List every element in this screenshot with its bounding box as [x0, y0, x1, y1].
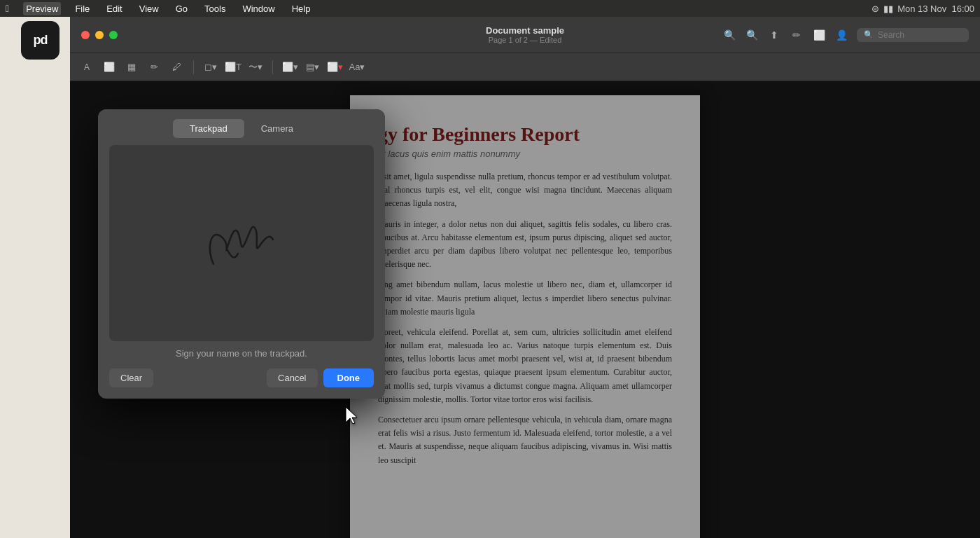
signature-drawing — [172, 208, 312, 278]
maximize-button[interactable] — [109, 31, 118, 39]
menubar-icons: ⊜ ▮▮ Mon 13 Nov 16:00 — [872, 4, 974, 14]
menu-view[interactable]: View — [136, 2, 162, 15]
menu-go[interactable]: Go — [173, 2, 190, 15]
toolbar-separator-2 — [272, 60, 273, 74]
app-icon: pd — [21, 21, 59, 60]
share-icon[interactable]: ⬆ — [767, 28, 781, 42]
shapes-btn[interactable]: ◻▾ — [202, 59, 219, 76]
user-icon[interactable]: 👤 — [834, 28, 848, 42]
sidebar-icon[interactable]: ⬜ — [812, 28, 826, 42]
font-btn[interactable]: Aa▾ — [349, 59, 365, 76]
titlebar-right: 🔍 🔍 ⬆ ✏ ⬜ 👤 🔍 — [722, 28, 969, 42]
dialog-buttons: Clear Cancel Done — [98, 368, 385, 399]
select-tool-btn[interactable]: ⬜ — [101, 59, 118, 76]
menubar-right: ⊜ ▮▮ Mon 13 Nov 16:00 — [872, 4, 974, 14]
titlebar-center: Document sample Page 1 of 2 — Edited — [486, 25, 564, 44]
sketch-tool-btn[interactable]: ✏ — [146, 59, 162, 76]
search-input[interactable] — [878, 30, 962, 40]
signature-dialog: Trackpad Camera Sign your name on the tr… — [98, 109, 385, 399]
signature-drawing-area[interactable] — [109, 145, 374, 341]
battery-icon: ▮▮ — [883, 4, 893, 14]
titlebar: Document sample Page 1 of 2 — Edited 🔍 🔍… — [70, 17, 980, 53]
close-button[interactable] — [81, 31, 90, 39]
app-icon-text: pd — [34, 33, 48, 48]
main-content: gy for Beginners Report et lacus quis en… — [70, 81, 980, 538]
search-icon: 🔍 — [864, 30, 874, 39]
search-bar[interactable]: 🔍 — [857, 28, 969, 42]
dialog-hint: Sign your name on the trackpad. — [98, 348, 385, 359]
annotate-icon[interactable]: ✏ — [790, 28, 804, 42]
traffic-lights — [81, 31, 118, 39]
document-subtitle: Page 1 of 2 — Edited — [486, 36, 564, 44]
wifi-icon[interactable]: ⊜ — [872, 4, 879, 14]
image-tool-btn[interactable]: ▦ — [123, 59, 140, 76]
layout-btn[interactable]: ⬜▾ — [281, 59, 298, 76]
clear-button[interactable]: Clear — [109, 368, 153, 387]
tab-camera[interactable]: Camera — [244, 119, 310, 138]
menubar-left:  Preview File Edit View Go Tools Window… — [6, 2, 313, 15]
zoom-out-icon[interactable]: 🔍 — [722, 28, 736, 42]
cancel-button[interactable]: Cancel — [267, 368, 317, 387]
draw-tool-btn[interactable]: 🖊 — [168, 59, 185, 76]
minimize-button[interactable] — [95, 31, 104, 39]
zoom-in-icon[interactable]: 🔍 — [745, 28, 759, 42]
dialog-tabs: Trackpad Camera — [98, 109, 385, 138]
document-area: gy for Beginners Report et lacus quis en… — [70, 81, 980, 538]
color-btn[interactable]: ⬜▾ — [326, 59, 343, 76]
menu-help[interactable]: Help — [289, 2, 314, 15]
tab-trackpad[interactable]: Trackpad — [173, 119, 244, 138]
menu-tools[interactable]: Tools — [202, 2, 228, 15]
clock: Mon 13 Nov 16:00 — [897, 4, 974, 14]
menu-window[interactable]: Window — [239, 2, 277, 15]
desktop: pd  Preview File Edit View Go Tools Win… — [0, 0, 980, 538]
menu-file[interactable]: File — [72, 2, 92, 15]
menu-preview[interactable]: Preview — [23, 2, 61, 15]
document-title: Document sample — [486, 25, 564, 36]
apple-icon[interactable]:  — [6, 3, 9, 14]
toolbar: A ⬜ ▦ ✏ 🖊 ◻▾ ⬜T 〜▾ ⬜▾ ▤▾ ⬜▾ Aa▾ — [70, 53, 980, 81]
menubar:  Preview File Edit View Go Tools Window… — [0, 0, 980, 17]
signature-btn[interactable]: 〜▾ — [247, 59, 264, 76]
view-btn[interactable]: ▤▾ — [304, 59, 321, 76]
toolbar-separator-1 — [193, 60, 194, 74]
done-button[interactable]: Done — [323, 368, 374, 387]
app-window: Document sample Page 1 of 2 — Edited 🔍 🔍… — [70, 17, 980, 538]
text-tool-btn[interactable]: A — [78, 59, 95, 76]
text-box-btn[interactable]: ⬜T — [225, 59, 241, 76]
menu-edit[interactable]: Edit — [104, 2, 125, 15]
